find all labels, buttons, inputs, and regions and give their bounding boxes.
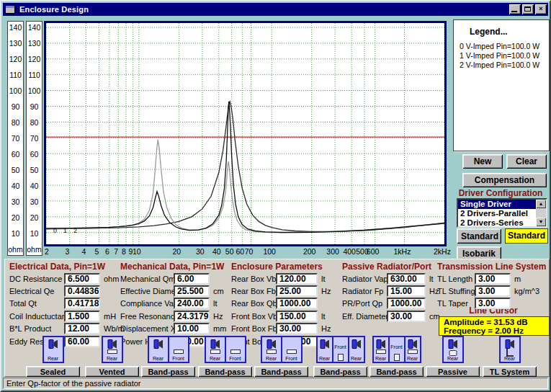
x-axis-tick-label: 6 bbox=[105, 247, 109, 256]
field-row: Free Resonance FsHz bbox=[120, 310, 231, 322]
enclosure-button-tl-system[interactable]: TL System bbox=[483, 366, 537, 377]
field-row: Front Box Vblt bbox=[231, 310, 331, 322]
scroll-up-icon[interactable]: ▲ bbox=[536, 200, 546, 208]
field-input[interactable] bbox=[387, 285, 426, 297]
field-unit: cm bbox=[426, 312, 443, 321]
field-input[interactable] bbox=[64, 285, 100, 297]
field-row: Front Box FbHz bbox=[231, 323, 331, 335]
field-input[interactable] bbox=[174, 298, 210, 309]
driver-option[interactable]: 2 Drivers-Series bbox=[458, 218, 536, 226]
y-scale-label: 20 bbox=[30, 214, 39, 221]
minimize-button[interactable] bbox=[509, 4, 521, 14]
y-scale-label: 80 bbox=[12, 119, 20, 126]
legend-panel[interactable]: Legend... 0 V-Imped Pin=100.0 W1 V-Imped… bbox=[453, 19, 550, 151]
window-title: Enclosure Design bbox=[19, 5, 89, 14]
enclosure-button-band-pass-4[interactable]: Band-pass 4 bbox=[313, 366, 367, 377]
listbox-scrollbar[interactable]: ▲ ▼ bbox=[536, 200, 546, 226]
port-icon bbox=[394, 354, 400, 361]
speaker-icon bbox=[408, 339, 417, 349]
driver-option[interactable]: 2 Drivers-Parallel bbox=[458, 209, 536, 218]
compensation-button[interactable]: Compensation bbox=[462, 173, 547, 187]
new-button[interactable]: New bbox=[462, 154, 503, 169]
field-row: PR/Port Qp bbox=[342, 298, 443, 310]
y-scale-label: 70 bbox=[12, 135, 20, 142]
field-input[interactable] bbox=[387, 311, 426, 322]
panel-label: Front bbox=[169, 355, 188, 362]
field-label: Coil Inductuctance bbox=[9, 312, 64, 321]
speaker-icon bbox=[448, 339, 457, 349]
field-label: Front Box Fb bbox=[231, 324, 276, 333]
enclosure-button-band-pass-3[interactable]: Band-pass 3 bbox=[254, 366, 308, 377]
y-scale-label: 50 bbox=[30, 166, 39, 174]
parameters-panel: Line Cursor Amplitude = 31.53 dB Frequen… bbox=[4, 259, 550, 377]
field-input[interactable] bbox=[64, 298, 100, 309]
field-unit: mm bbox=[210, 324, 231, 333]
x-axis-tick-label: 7 bbox=[114, 247, 118, 256]
field-row: B*L ProductWb/m bbox=[9, 323, 123, 335]
speaker-icon bbox=[351, 339, 361, 349]
field-input[interactable] bbox=[475, 273, 511, 285]
field-input[interactable] bbox=[276, 298, 318, 309]
field-label: B*L Product bbox=[9, 324, 64, 333]
field-input[interactable] bbox=[174, 285, 210, 297]
x-axis-labels: 2345678910203040506070100200300400500600… bbox=[44, 247, 447, 257]
field-input[interactable] bbox=[276, 273, 318, 285]
field-input[interactable] bbox=[276, 311, 318, 322]
panel-label: Front bbox=[390, 344, 404, 350]
x-axis-tick-label: 300 bbox=[326, 247, 339, 256]
field-input[interactable] bbox=[174, 273, 210, 285]
field-input[interactable] bbox=[276, 285, 318, 297]
speaker-icon bbox=[107, 339, 117, 349]
enclosure-button-vented[interactable]: Vented bbox=[85, 366, 139, 377]
section-title: Mechanical Data, Pin=1W bbox=[120, 262, 231, 272]
impedance-chart[interactable]: 012 bbox=[44, 21, 447, 246]
field-unit: kg/m^3 bbox=[511, 287, 548, 295]
field-input[interactable] bbox=[64, 273, 100, 285]
field-input[interactable] bbox=[174, 311, 210, 322]
scroll-down-icon[interactable]: ▼ bbox=[536, 218, 546, 226]
enclosure-button-band-pass-2[interactable]: Band-pass 2 bbox=[198, 366, 252, 377]
speaker-icon bbox=[48, 339, 58, 349]
clear-button[interactable]: Clear bbox=[506, 154, 547, 169]
enclosure-icon-band-pass-2: RearFront bbox=[205, 336, 246, 363]
title-bar: Enclosure Design × bbox=[3, 3, 548, 16]
field-row: Effective Diametercm bbox=[120, 285, 231, 297]
panel-label: Rear bbox=[349, 355, 364, 362]
enclosure-button-band-pass-5[interactable]: Band-pass 5 bbox=[369, 366, 424, 377]
cursor-amplitude: Amplitude = 31.53 dB bbox=[444, 318, 549, 326]
y-scale-label: 100 bbox=[28, 87, 41, 94]
standard-button-highlighted[interactable]: Standard bbox=[505, 228, 548, 244]
field-input[interactable] bbox=[64, 323, 100, 334]
driver-option[interactable]: Single Driver bbox=[458, 200, 536, 209]
field-input[interactable] bbox=[387, 298, 426, 309]
close-button[interactable]: × bbox=[535, 4, 547, 14]
section-title: Passive Radiator/Port bbox=[342, 262, 443, 272]
field-input[interactable] bbox=[475, 285, 511, 297]
chart-plot-area[interactable]: 012 bbox=[46, 23, 444, 244]
field-input[interactable] bbox=[64, 311, 100, 322]
maximize-button[interactable] bbox=[522, 4, 534, 14]
curve-index-label: 1 bbox=[63, 227, 67, 234]
line-cursor-readout: Amplitude = 31.53 dB Frequency = 2.00 Hz bbox=[439, 316, 550, 336]
enclosure-button-sealed[interactable]: Sealed bbox=[26, 366, 80, 377]
driver-configuration-listbox[interactable]: Single Driver2 Drivers-Parallel2 Drivers… bbox=[457, 198, 547, 228]
field-row: Radiator FpHz bbox=[342, 285, 443, 297]
section-tl: Transmission Line SystemTL LengthmTL Stu… bbox=[437, 262, 548, 310]
field-row: Rear Box Qb bbox=[231, 298, 331, 310]
y-scale-label: 110 bbox=[28, 71, 40, 79]
enclosure-button-passive-rad-[interactable]: Passive Rad. bbox=[426, 366, 480, 377]
standard-button-left[interactable]: Standard bbox=[457, 228, 501, 244]
port-icon bbox=[338, 354, 344, 361]
field-input[interactable] bbox=[174, 323, 210, 334]
field-unit: Hz bbox=[318, 324, 331, 333]
y-scale-label: 80 bbox=[30, 119, 39, 126]
field-input[interactable] bbox=[276, 323, 318, 334]
field-input[interactable] bbox=[64, 336, 100, 347]
field-unit: Hz bbox=[210, 312, 231, 321]
enclosure-button-band-pass-1[interactable]: Band-pass 1 bbox=[141, 366, 195, 377]
system-menu-icon[interactable] bbox=[5, 5, 15, 14]
port-icon bbox=[408, 349, 418, 354]
x-axis-tick-label: 20 bbox=[172, 247, 181, 256]
field-input[interactable] bbox=[475, 298, 511, 309]
field-input[interactable] bbox=[387, 273, 426, 285]
